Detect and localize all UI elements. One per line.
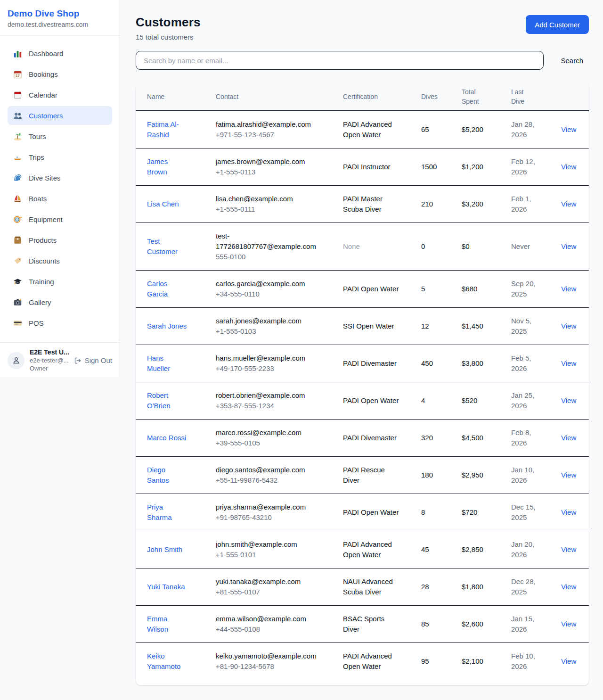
customer-last-dive: Feb 8, 2026: [511, 420, 561, 457]
sidebar-item-boats[interactable]: Boats: [8, 189, 112, 208]
customer-last-dive: Feb 10, 2026: [511, 643, 561, 680]
sidebar-item-dive-sites[interactable]: Dive Sites: [8, 168, 112, 187]
view-link[interactable]: View: [561, 125, 576, 133]
customer-name-link[interactable]: Diego Santos: [147, 465, 187, 486]
customer-email: emma.wilson@example.com: [216, 614, 322, 624]
view-link[interactable]: View: [561, 545, 576, 553]
table-row: Yuki Tanakayuki.tanaka@example.com+81-55…: [136, 568, 589, 606]
view-link[interactable]: View: [561, 200, 576, 208]
view-link[interactable]: View: [561, 285, 576, 293]
customer-last-dive: Dec 15, 2025: [511, 494, 561, 531]
customer-name-link[interactable]: Lisa Chen: [147, 199, 179, 209]
customer-phone: 555-0100: [216, 252, 322, 262]
dive-sites-icon: [13, 173, 22, 182]
equipment-icon: [13, 215, 22, 224]
search-button[interactable]: Search: [555, 57, 589, 65]
customer-name-link[interactable]: John Smith: [147, 544, 182, 555]
customer-dives: 95: [421, 643, 462, 680]
customer-name-link[interactable]: Emma Wilson: [147, 614, 187, 634]
customer-total-spent: $4,500: [462, 420, 511, 457]
customer-count: 15 total customers: [136, 33, 201, 41]
customer-name-link[interactable]: Sarah Jones: [147, 321, 187, 331]
sidebar-item-calendar[interactable]: Calendar: [8, 85, 112, 104]
training-icon: [13, 277, 22, 286]
sidebar-item-label: Trips: [29, 153, 44, 161]
sidebar-item-products[interactable]: Products: [8, 231, 112, 249]
customer-email: sarah.jones@example.com: [216, 316, 322, 326]
customer-dives: 320: [421, 420, 462, 457]
customer-email: test-1772681807767@example.com: [216, 231, 322, 252]
table-row: Test Customertest-1772681807767@example.…: [136, 223, 589, 271]
gallery-icon: [13, 298, 22, 307]
sidebar-item-label: Boats: [29, 195, 47, 203]
sidebar-item-gallery[interactable]: Gallery: [8, 293, 112, 312]
view-link[interactable]: View: [561, 471, 576, 479]
sidebar-item-tours[interactable]: Tours: [8, 127, 112, 146]
customer-email: diego.santos@example.com: [216, 465, 322, 475]
sidebar-item-training[interactable]: Training: [8, 272, 112, 291]
table-row: Priya Sharmapriya.sharma@example.com+91-…: [136, 494, 589, 531]
customer-name-link[interactable]: Robert O'Brien: [147, 390, 187, 411]
customer-name-link[interactable]: Marco Rossi: [147, 433, 186, 443]
customer-name-link[interactable]: Hans Mueller: [147, 353, 187, 374]
table-row: Keiko Yamamotokeiko.yamamoto@example.com…: [136, 643, 589, 680]
view-link[interactable]: View: [561, 434, 576, 442]
customer-phone: +44-555-0108: [216, 624, 322, 634]
sidebar-item-equipment[interactable]: Equipment: [8, 210, 112, 229]
sidebar-item-pos[interactable]: POS: [8, 313, 112, 332]
brand: Demo Dive Shop demo.test.divestreams.com: [0, 0, 120, 36]
customer-name-link[interactable]: James Brown: [147, 156, 187, 177]
search-input[interactable]: [136, 51, 544, 70]
customer-phone: +971-55-123-4567: [216, 130, 322, 140]
customer-name-link[interactable]: Carlos Garcia: [147, 279, 187, 299]
customer-name-link[interactable]: Test Customer: [147, 236, 187, 257]
view-link[interactable]: View: [561, 359, 576, 367]
sidebar-item-trips[interactable]: Trips: [8, 148, 112, 166]
sign-out-button[interactable]: Sign Out: [74, 356, 112, 364]
customer-name-link[interactable]: Yuki Tanaka: [147, 582, 185, 592]
table-row: Carlos Garciacarlos.garcia@example.com+3…: [136, 271, 589, 308]
sidebar-item-dashboard[interactable]: Dashboard: [8, 44, 112, 63]
sidebar-item-customers[interactable]: Customers: [8, 106, 112, 125]
add-customer-button[interactable]: Add Customer: [526, 15, 589, 34]
view-link[interactable]: View: [561, 657, 576, 665]
sidebar-nav: Dashboard17BookingsCalendarCustomersTour…: [0, 36, 120, 342]
customer-name-link[interactable]: Keiko Yamamoto: [147, 651, 187, 672]
customer-email: james.brown@example.com: [216, 156, 322, 167]
customer-phone: +353-87-555-1234: [216, 401, 322, 411]
brand-name: Demo Dive Shop: [8, 8, 112, 19]
view-link[interactable]: View: [561, 396, 576, 404]
customer-total-spent: $3,200: [462, 186, 511, 223]
customer-last-dive: Nov 5, 2025: [511, 308, 561, 345]
sidebar-item-bookings[interactable]: 17Bookings: [8, 65, 112, 83]
customer-last-dive: Jan 20, 2026: [511, 531, 561, 568]
customer-total-spent: $2,100: [462, 643, 511, 680]
customer-name-link[interactable]: Fatima Al-Rashid: [147, 119, 187, 140]
table-row: James Brownjames.brown@example.com+1-555…: [136, 148, 589, 186]
customer-phone: +55-11-99876-5432: [216, 475, 322, 486]
customer-last-dive: Never: [511, 223, 561, 271]
customer-email: marco.rossi@example.com: [216, 428, 322, 438]
table-row: Marco Rossimarco.rossi@example.com+39-55…: [136, 420, 589, 457]
view-link[interactable]: View: [561, 322, 576, 330]
customer-certification: PADI Advanced Open Water: [343, 539, 401, 560]
customer-email: robert.obrien@example.com: [216, 390, 322, 401]
sign-out-label: Sign Out: [85, 356, 112, 364]
sidebar-item-discounts[interactable]: Discounts: [8, 251, 112, 270]
view-link[interactable]: View: [561, 583, 576, 591]
user-info: E2E Test U... e2e-tester@... Owner: [30, 348, 69, 372]
view-link[interactable]: View: [561, 508, 576, 516]
customer-certification: PADI Open Water: [343, 395, 399, 406]
view-link[interactable]: View: [561, 620, 576, 628]
customers-table: Name Contact Certification Dives Total S…: [136, 82, 589, 680]
customer-total-spent: $2,850: [462, 531, 511, 568]
customer-name-link[interactable]: Priya Sharma: [147, 502, 187, 523]
view-link[interactable]: View: [561, 163, 576, 171]
customer-last-dive: Jan 10, 2026: [511, 457, 561, 494]
sidebar-item-label: Dashboard: [29, 49, 63, 58]
view-link[interactable]: View: [561, 242, 576, 250]
user-role: Owner: [30, 364, 69, 372]
sidebar-item-label: Products: [29, 236, 57, 244]
discounts-icon: [13, 256, 22, 265]
customer-certification: PADI Master Scuba Diver: [343, 194, 401, 214]
